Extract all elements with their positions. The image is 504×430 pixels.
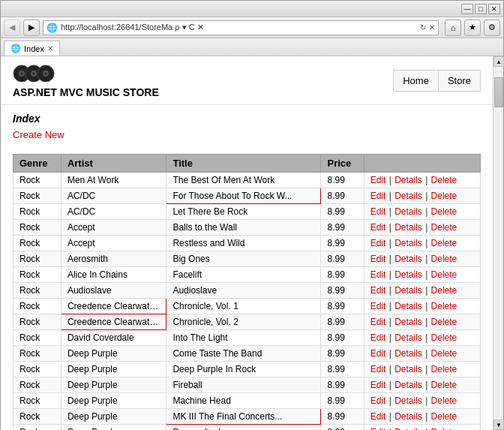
close-button[interactable]: ✕ (488, 4, 500, 14)
delete-link[interactable]: Delete (431, 191, 458, 201)
delete-link[interactable]: Delete (431, 348, 458, 359)
sep1: | (386, 301, 394, 311)
cell-genre: Rock (14, 251, 62, 267)
edit-link[interactable]: Edit (370, 411, 386, 422)
delete-link[interactable]: Delete (431, 175, 458, 185)
sep1: | (386, 269, 394, 280)
details-link[interactable]: Details (394, 332, 422, 343)
edit-link[interactable]: Edit (370, 427, 386, 430)
details-link[interactable]: Details (394, 411, 422, 422)
details-link[interactable]: Details (394, 222, 422, 233)
logo-area: ASP.NET MVC MUSIC STORE (13, 62, 159, 98)
delete-link[interactable]: Delete (431, 317, 458, 327)
delete-link[interactable]: Delete (431, 427, 458, 430)
stop-button[interactable]: ✕ (429, 23, 435, 32)
delete-link[interactable]: Delete (431, 238, 458, 248)
delete-link[interactable]: Delete (431, 395, 458, 406)
cell-artist: Accept (61, 220, 166, 236)
edit-link[interactable]: Edit (370, 348, 386, 359)
edit-link[interactable]: Edit (370, 317, 386, 327)
sep2: | (423, 395, 430, 406)
favorites-button[interactable]: ★ (464, 20, 481, 36)
delete-link[interactable]: Delete (431, 301, 458, 311)
cell-price: 8.99 (321, 267, 364, 283)
delete-link[interactable]: Delete (431, 380, 458, 390)
sep1: | (386, 348, 394, 359)
edit-link[interactable]: Edit (370, 269, 386, 280)
scroll-down-button[interactable]: ▼ (494, 419, 504, 430)
svg-point-2 (21, 73, 23, 75)
cell-actions: Edit | Details | Delete (364, 377, 480, 393)
home-button[interactable]: ⌂ (445, 20, 461, 36)
cell-price: 8.99 (321, 330, 364, 346)
nav-store[interactable]: Store (438, 70, 481, 92)
edit-link[interactable]: Edit (370, 364, 386, 374)
delete-link[interactable]: Delete (431, 285, 458, 296)
sep1: | (386, 175, 394, 185)
nav-home[interactable]: Home (393, 70, 438, 92)
cell-genre: Rock (14, 299, 62, 314)
details-link[interactable]: Details (394, 427, 422, 430)
sep1: | (386, 395, 394, 406)
details-link[interactable]: Details (394, 191, 422, 201)
details-link[interactable]: Details (394, 317, 422, 327)
active-tab[interactable]: 🌐 Index ✕ (4, 41, 60, 56)
scroll-thumb[interactable] (494, 77, 503, 107)
delete-link[interactable]: Delete (431, 206, 458, 217)
details-link[interactable]: Details (394, 364, 422, 374)
edit-link[interactable]: Edit (370, 285, 386, 296)
details-link[interactable]: Details (394, 380, 422, 390)
details-link[interactable]: Details (394, 254, 422, 264)
edit-link[interactable]: Edit (370, 332, 386, 343)
address-bar[interactable]: 🌐 http://localhost:26641/StoreMa ρ ▾ C ✕… (43, 20, 439, 35)
tab-close-button[interactable]: ✕ (47, 44, 53, 53)
delete-link[interactable]: Delete (431, 332, 458, 343)
cell-artist: AC/DC (61, 204, 166, 220)
cell-title: Chronicle, Vol. 1 (166, 299, 321, 314)
scroll-up-button[interactable]: ▲ (494, 56, 504, 67)
cell-actions: Edit | Details | Delete (364, 283, 480, 299)
minimize-button[interactable]: — (461, 4, 473, 14)
details-link[interactable]: Details (394, 301, 422, 311)
back-button[interactable]: ◀ (4, 20, 20, 36)
sep2: | (423, 175, 430, 185)
details-link[interactable]: Details (394, 238, 422, 248)
delete-link[interactable]: Delete (431, 411, 458, 422)
edit-link[interactable]: Edit (370, 395, 386, 406)
edit-link[interactable]: Edit (370, 254, 386, 264)
sep2: | (423, 317, 430, 327)
sep2: | (423, 427, 430, 430)
edit-link[interactable]: Edit (370, 238, 386, 248)
edit-link[interactable]: Edit (370, 191, 386, 201)
delete-link[interactable]: Delete (431, 364, 458, 374)
edit-link[interactable]: Edit (370, 301, 386, 311)
settings-button[interactable]: ⚙ (484, 20, 500, 36)
cell-price: 8.99 (321, 346, 364, 362)
table-row: RockDeep PurplePurpendicular8.99Edit | D… (14, 425, 481, 431)
cell-artist: Men At Work (61, 173, 166, 188)
details-link[interactable]: Details (394, 175, 422, 185)
table-row: RockAudioslaveAudioslave8.99Edit | Detai… (14, 283, 481, 299)
details-link[interactable]: Details (394, 395, 422, 406)
maximize-button[interactable]: □ (475, 4, 487, 14)
delete-link[interactable]: Delete (431, 222, 458, 233)
refresh-button[interactable]: ↻ (420, 23, 426, 32)
sep1: | (386, 238, 394, 248)
table-row: RockAC/DCFor Those About To Rock W...8.9… (14, 188, 481, 204)
edit-link[interactable]: Edit (370, 175, 386, 185)
edit-link[interactable]: Edit (370, 380, 386, 390)
delete-link[interactable]: Delete (431, 254, 458, 264)
details-link[interactable]: Details (394, 285, 422, 296)
edit-link[interactable]: Edit (370, 222, 386, 233)
details-link[interactable]: Details (394, 206, 422, 217)
address-text: http://localhost:26641/StoreMa ρ ▾ C ✕ (61, 23, 417, 32)
cell-title: Deep Purple In Rock (166, 362, 321, 377)
details-link[interactable]: Details (394, 269, 422, 280)
delete-link[interactable]: Delete (431, 269, 458, 280)
cell-title: Big Ones (166, 251, 321, 267)
create-new-link[interactable]: Create New (13, 129, 64, 140)
edit-link[interactable]: Edit (370, 206, 386, 217)
details-link[interactable]: Details (394, 348, 422, 359)
forward-button[interactable]: ▶ (23, 20, 40, 36)
vertical-scrollbar[interactable]: ▲ ▼ (493, 56, 503, 430)
